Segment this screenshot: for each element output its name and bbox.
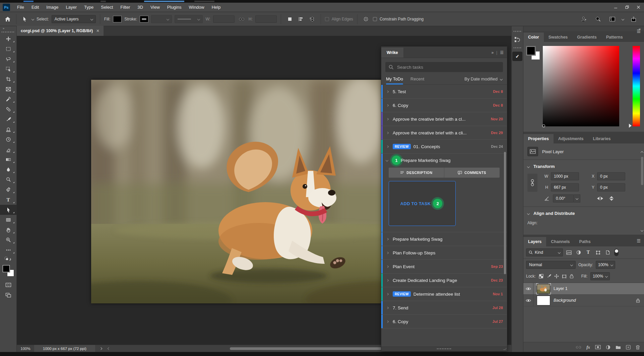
description-tab[interactable]: DESCRIPTION — [389, 168, 444, 178]
wrike-plugin-icon[interactable]: ✓ — [512, 52, 522, 61]
task-row[interactable]: REVIEWDetermine attendee listNov 1 — [381, 287, 507, 301]
fill-field[interactable]: 100% — [590, 272, 610, 280]
hand-tool[interactable] — [0, 225, 17, 235]
fill-swatch[interactable] — [113, 16, 122, 22]
menu-help[interactable]: Help — [208, 3, 224, 12]
link-dimensions-button[interactable] — [527, 174, 537, 192]
quick-mask-icon[interactable] — [0, 280, 17, 290]
path-selection-tool[interactable] — [0, 205, 17, 215]
chevron-right-icon[interactable] — [386, 145, 389, 147]
pen-tool[interactable] — [0, 185, 17, 195]
tool-preset-chevron[interactable] — [31, 17, 34, 20]
wrike-tab-my-todo[interactable]: My ToDo — [386, 73, 403, 84]
marquee-tool[interactable] — [0, 44, 17, 54]
eyedropper-tool[interactable] — [0, 94, 17, 104]
chevron-right-icon[interactable] — [386, 279, 389, 281]
layers-tab-layers[interactable]: Layers — [523, 237, 546, 246]
color-panel-menu-icon[interactable]: ☰ — [637, 29, 641, 34]
color-swatches[interactable] — [527, 47, 541, 61]
chevron-right-icon[interactable] — [386, 293, 389, 295]
wrike-tab-recent[interactable]: Recent — [410, 73, 424, 84]
task-row[interactable]: 7. SendJul 28 — [381, 301, 507, 315]
color-tab-swatches[interactable]: Swatches — [544, 33, 573, 42]
transform-section-header[interactable]: Transform — [523, 160, 644, 172]
task-row[interactable]: Approve the creative brief with a cl...N… — [381, 112, 507, 126]
chevron-right-icon[interactable] — [386, 104, 389, 106]
lock-position-icon[interactable] — [554, 274, 559, 279]
brush-tool[interactable] — [0, 114, 17, 124]
zoom-level[interactable]: 100% — [17, 347, 34, 351]
clone-stamp-tool[interactable] — [0, 124, 17, 134]
layers-tab-channels[interactable]: Channels — [546, 237, 574, 246]
flip-horizontal-icon[interactable] — [597, 196, 603, 201]
lock-artboard-icon[interactable] — [562, 274, 567, 279]
lock-all-icon[interactable] — [570, 274, 574, 279]
wrike-tab[interactable]: Wrike — [381, 48, 403, 58]
stroke-type-dropdown[interactable] — [175, 15, 203, 23]
lock-transparency-icon[interactable] — [539, 274, 543, 279]
y-field[interactable]: 0 px — [597, 183, 625, 191]
healing-brush-tool[interactable] — [0, 104, 17, 114]
menu-3d[interactable]: 3D — [134, 3, 147, 12]
gear-icon[interactable] — [362, 15, 370, 23]
filter-toggle[interactable] — [614, 249, 619, 256]
close-button[interactable] — [633, 3, 644, 12]
new-layer-icon[interactable] — [626, 345, 631, 350]
layer-mask-icon[interactable] — [595, 345, 601, 349]
rectangle-tool[interactable] — [0, 215, 17, 225]
filter-adjustment-icon[interactable] — [575, 249, 582, 256]
width-input[interactable] — [213, 15, 235, 23]
workspace-chevron[interactable] — [622, 17, 624, 20]
wrike-menu-icon[interactable]: ☰ — [500, 50, 504, 55]
history-brush-tool[interactable] — [0, 134, 17, 144]
swap-colors-icon[interactable] — [0, 255, 17, 263]
status-expand-icon[interactable] — [100, 347, 102, 350]
adjustment-layer-icon[interactable] — [606, 345, 610, 350]
filter-shape-icon[interactable] — [594, 249, 602, 256]
share-user-icon[interactable] — [580, 15, 588, 23]
color-picker-cursor[interactable] — [542, 124, 545, 127]
menu-filter[interactable]: Filter — [117, 3, 134, 12]
link-layers-icon[interactable] — [576, 346, 581, 349]
workspace-icon[interactable] — [608, 15, 617, 23]
flip-vertical-icon[interactable] — [608, 196, 615, 201]
layer-row-layer1[interactable]: Layer 1 — [523, 283, 644, 295]
task-row[interactable]: 5. TestDec 8 — [381, 85, 507, 99]
layer-row-background[interactable]: Background — [523, 295, 644, 306]
frame-tool[interactable] — [0, 84, 17, 94]
menu-image[interactable]: Image — [43, 3, 62, 12]
lasso-tool[interactable] — [0, 54, 17, 64]
task-row[interactable]: Plan EventSep 23 — [381, 260, 507, 274]
task-row[interactable]: 6. CopyDec 8 — [381, 99, 507, 112]
select-mode-dropdown[interactable]: Active Layers — [52, 15, 96, 23]
width-field[interactable]: 1000 px — [551, 172, 579, 180]
align-section-header[interactable]: Align and Distribute — [523, 207, 644, 219]
layers-tab-paths[interactable]: Paths — [575, 237, 595, 246]
path-alignment-icon[interactable] — [297, 15, 305, 23]
task-row[interactable]: Prepare Marketing Swag — [381, 232, 507, 246]
stroke-width-dropdown[interactable] — [151, 15, 172, 23]
new-group-icon[interactable] — [616, 345, 621, 349]
color-tab-color[interactable]: Color — [523, 33, 544, 42]
restore-button[interactable] — [621, 3, 633, 12]
background-thumbnail[interactable] — [537, 296, 550, 305]
layer-lock-icon[interactable] — [636, 298, 640, 303]
angle-dropdown[interactable] — [574, 194, 580, 202]
export-icon[interactable] — [629, 15, 638, 23]
properties-scrollbar[interactable] — [641, 157, 643, 185]
task-row[interactable]: REVIEW01. ConceptsDec 24 — [381, 140, 507, 154]
comments-tab[interactable]: COMMENTS — [444, 168, 500, 178]
sort-dropdown[interactable]: By Date modified — [464, 76, 502, 81]
color-tab-patterns[interactable]: Patterns — [601, 33, 628, 42]
chevron-down-icon[interactable] — [386, 159, 388, 162]
layers-panel-menu-icon[interactable]: ☰ — [637, 238, 641, 243]
hue-slider[interactable] — [629, 124, 632, 128]
object-selection-tool[interactable] — [0, 64, 17, 74]
search-icon[interactable] — [594, 15, 602, 23]
visibility-eye-icon[interactable] — [523, 295, 533, 306]
menu-select[interactable]: Select — [97, 3, 117, 12]
properties-tab-libraries[interactable]: Libraries — [588, 134, 616, 143]
blur-tool[interactable] — [0, 165, 17, 175]
home-icon[interactable] — [3, 15, 12, 23]
toolbar-collapse-icon[interactable]: » — [0, 27, 5, 30]
